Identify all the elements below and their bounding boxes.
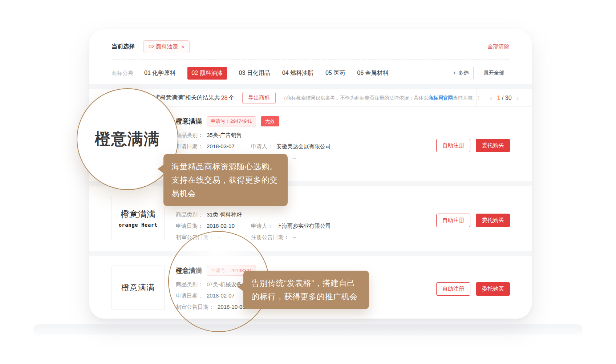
trademark-image[interactable]: 橙意满满 orange Heart bbox=[112, 196, 165, 240]
field-value: – bbox=[293, 234, 296, 240]
status-badge: 无效 bbox=[261, 116, 279, 126]
multi-select-button[interactable]: ＋ 多选 bbox=[447, 67, 474, 79]
field-label: 申请日期： bbox=[176, 223, 203, 229]
application-number-badge: 申请号：29474941 bbox=[207, 116, 256, 126]
expand-all-button[interactable]: 展开全部 bbox=[479, 67, 509, 79]
category-tab-05[interactable]: 05 医药 bbox=[325, 69, 345, 77]
results-summary-suffix: 个 bbox=[228, 94, 234, 102]
field-label: 申请人： bbox=[251, 223, 273, 229]
row-divider bbox=[89, 251, 532, 256]
page-separator: / bbox=[502, 95, 503, 101]
trademark-image-subtext: orange Heart bbox=[118, 222, 157, 228]
laptop-base bbox=[33, 324, 583, 335]
magnified-trademark-text: 橙意满满 bbox=[95, 129, 160, 150]
disclaimer-prefix: （商标检索结果仅供参考，不作为商标能否注册的法律依据；具体以 bbox=[281, 95, 428, 101]
filter-panel: 当前选择 02 颜料油漆 × 全部清除 商标分类 01 化学原料 02 颜料油漆… bbox=[89, 29, 532, 84]
row-divider bbox=[89, 181, 532, 186]
category-label: 商标分类 bbox=[112, 70, 133, 77]
field-value: 35类-广告销售 bbox=[207, 132, 242, 138]
divider bbox=[112, 59, 509, 60]
clear-all-link[interactable]: 全部清除 bbox=[487, 43, 509, 50]
current-page: 1 bbox=[497, 95, 500, 101]
prev-page-icon[interactable]: ‹ bbox=[490, 94, 493, 102]
results-count: 28 bbox=[221, 95, 228, 101]
category-actions: ＋ 多选 展开全部 bbox=[447, 67, 509, 79]
self-register-button[interactable]: 自助注册 bbox=[436, 214, 470, 227]
field-label: 申请人： bbox=[251, 143, 273, 149]
field-value: 2018-02-10 bbox=[207, 223, 235, 229]
field-value: 安徽美达会展有限公司 bbox=[276, 143, 331, 149]
selected-filter-chip[interactable]: 02 颜料油漆 × bbox=[143, 40, 190, 53]
magnifier-circle: 橙意满满 bbox=[77, 88, 178, 190]
entrust-purchase-button[interactable]: 委托购买 bbox=[476, 214, 510, 227]
field-label: 注册公告日期： bbox=[251, 234, 289, 240]
self-register-button[interactable]: 自助注册 bbox=[436, 139, 470, 152]
category-tab-03[interactable]: 03 日化用品 bbox=[239, 69, 270, 77]
field-label: 申请日期： bbox=[176, 143, 203, 149]
current-selection-label: 当前选择 bbox=[112, 43, 135, 50]
pagination: ‹ 1 / 30 › bbox=[477, 89, 532, 106]
field-value: 31类-饲料种籽 bbox=[207, 211, 242, 218]
disclaimer: （商标检索结果仅供参考，不作为商标能否注册的法律依据；具体以商标局官网查询为准。… bbox=[281, 95, 482, 101]
panel-gap bbox=[89, 84, 532, 89]
field-value: 上海雨步实业有限公司 bbox=[276, 223, 331, 229]
tooltip-marketplace: 海量精品商标资源随心选购。支持在线交易，获得更多的交易机会 bbox=[163, 154, 288, 206]
self-register-button[interactable]: 自助注册 bbox=[436, 282, 470, 296]
selected-filter-chip-label: 02 颜料油漆 bbox=[149, 43, 178, 50]
field-value: 2018-03-07 bbox=[207, 143, 235, 149]
category-tab-06[interactable]: 06 金属材料 bbox=[357, 69, 388, 77]
entrust-purchase-button[interactable]: 委托购买 bbox=[476, 139, 510, 152]
category-tab-02-selected[interactable]: 02 颜料油漆 bbox=[187, 67, 227, 80]
category-tab-01[interactable]: 01 化学原料 bbox=[144, 69, 175, 77]
trademark-image[interactable]: 橙意满满 bbox=[112, 266, 165, 310]
category-tabs: 01 化学原料 02 颜料油漆 03 日化用品 04 燃料油脂 05 医药 06… bbox=[144, 69, 389, 77]
trademark-name: 橙意满满 bbox=[176, 117, 202, 126]
trademark-office-link[interactable]: 商标局官网 bbox=[428, 95, 453, 101]
export-trademarks-button[interactable]: 导出商标 bbox=[242, 92, 276, 104]
category-row: 商标分类 01 化学原料 02 颜料油漆 03 日化用品 04 燃料油脂 05 … bbox=[112, 66, 509, 80]
entrust-purchase-button[interactable]: 委托购买 bbox=[476, 282, 510, 296]
remove-filter-icon[interactable]: × bbox=[181, 44, 185, 49]
trademark-image-text: 橙意满满 bbox=[121, 209, 155, 220]
tooltip-promotion: 告别传统“发表格”，搭建自己的标行，获得更多的推广机会 bbox=[243, 271, 369, 309]
category-tab-04[interactable]: 04 燃料油脂 bbox=[282, 69, 313, 77]
field-label: 商品类别： bbox=[176, 211, 203, 218]
table-row: 橙意满满 orange Heart 橙意满满 申请号：29482153 已注册 … bbox=[89, 186, 532, 251]
page: 当前选择 02 颜料油漆 × 全部清除 商标分类 01 化学原料 02 颜料油漆… bbox=[0, 0, 616, 364]
field-value: – bbox=[293, 154, 296, 161]
field-label: 商品类别： bbox=[176, 132, 203, 138]
total-pages: 30 bbox=[505, 95, 512, 101]
trademark-image-text: 橙意满满 bbox=[121, 282, 155, 293]
next-page-icon[interactable]: › bbox=[516, 94, 519, 102]
current-selection-row: 当前选择 02 颜料油漆 × 全部清除 bbox=[112, 40, 509, 53]
